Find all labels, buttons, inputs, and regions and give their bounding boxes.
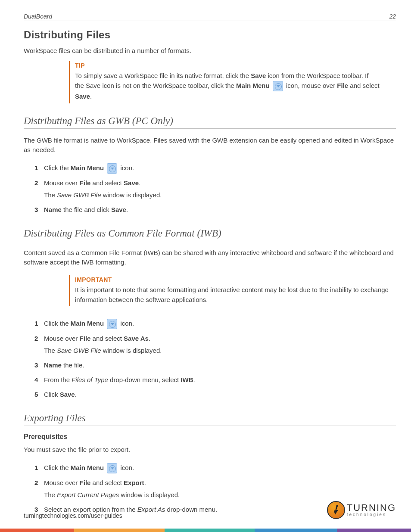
footer-url: turningtechnologies.com/user-guides (24, 512, 122, 519)
main-menu-icon (107, 163, 117, 174)
section-heading-iwb: Distributing Files as Common File Format… (24, 228, 396, 241)
steps-list: 1 Click the Main Menu icon. 2 Mouse over… (34, 163, 396, 215)
step-item: 1 Click the Main Menu icon. (34, 163, 396, 174)
step-item: 3 Name the file and click Save. (34, 205, 396, 215)
main-menu-icon (273, 81, 283, 91)
important-body: It is important to note that some format… (75, 285, 391, 305)
section-body: The GWB file format is native to WorkSpa… (24, 136, 396, 155)
step-item: 2 Mouse over File and select Save. The S… (34, 178, 396, 200)
tip-label: TIP (75, 62, 391, 69)
page-number: 22 (389, 13, 396, 20)
steps-list: 1 Click the Main Menu icon. 2 Mouse over… (34, 318, 396, 400)
tip-body: To simply save a WorkSpace file in its n… (75, 71, 391, 102)
decorative-stripe (0, 529, 411, 532)
main-menu-icon (107, 463, 117, 473)
logo-text-small: technologies (347, 513, 396, 517)
page-header: DualBoard 22 (24, 13, 396, 21)
tip-callout: TIP To simply save a WorkSpace file in i… (69, 61, 396, 103)
doc-title: DualBoard (24, 13, 52, 20)
step-item: 5 Click Save. (34, 389, 396, 400)
intro-text: WorkSpace files can be distributed in a … (24, 47, 396, 54)
step-item: 1 Click the Main Menu icon. (34, 463, 396, 473)
section-heading-export: Exporting Files (24, 413, 396, 426)
main-menu-icon (107, 319, 117, 329)
turning-logo-icon (327, 501, 345, 519)
important-callout: IMPORTANT It is important to note that s… (69, 275, 396, 307)
step-item: 2 Mouse over File and select Save As. Th… (34, 333, 396, 356)
step-item: 1 Click the Main Menu icon. (34, 318, 396, 329)
important-label: IMPORTANT (75, 276, 391, 283)
page-footer: turningtechnologies.com/user-guides TURN… (24, 501, 396, 519)
logo-text-big: TURNING (347, 503, 396, 513)
prerequisites-heading: Prerequisites (24, 433, 396, 441)
turning-logo: TURNING technologies (327, 501, 396, 519)
step-item: 4 From the Files of Type drop-down menu,… (34, 375, 396, 385)
section-body: You must save the file prior to export. (24, 445, 396, 455)
section-heading-gwb: Distributing Files as GWB (PC Only) (24, 115, 396, 129)
step-item: 3 Name the file. (34, 360, 396, 370)
step-item: 2 Mouse over File and select Export. The… (34, 478, 396, 500)
main-heading: Distributing Files (24, 29, 396, 41)
section-body: Content saved as a Common File Format (I… (24, 248, 396, 268)
